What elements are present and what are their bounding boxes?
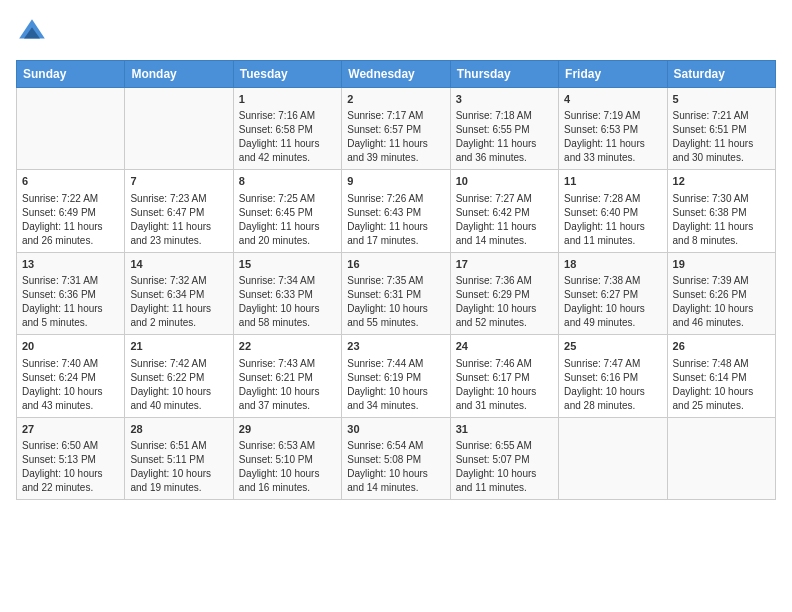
calendar-cell: 10Sunrise: 7:27 AMSunset: 6:42 PMDayligh…: [450, 170, 558, 252]
calendar-header-row: SundayMondayTuesdayWednesdayThursdayFrid…: [17, 61, 776, 88]
day-info: Sunset: 6:51 PM: [673, 123, 770, 137]
calendar-cell: 21Sunrise: 7:42 AMSunset: 6:22 PMDayligh…: [125, 335, 233, 417]
day-info: Daylight: 10 hours and 58 minutes.: [239, 302, 336, 330]
day-info: Sunrise: 7:17 AM: [347, 109, 444, 123]
day-info: Daylight: 11 hours and 39 minutes.: [347, 137, 444, 165]
day-number: 23: [347, 339, 444, 354]
day-info: Sunset: 6:58 PM: [239, 123, 336, 137]
calendar-cell: 25Sunrise: 7:47 AMSunset: 6:16 PMDayligh…: [559, 335, 667, 417]
day-info: Daylight: 11 hours and 5 minutes.: [22, 302, 119, 330]
page-header: [16, 16, 776, 48]
calendar-cell: [17, 88, 125, 170]
day-info: Sunrise: 7:21 AM: [673, 109, 770, 123]
day-info: Sunrise: 7:36 AM: [456, 274, 553, 288]
day-info: Daylight: 10 hours and 49 minutes.: [564, 302, 661, 330]
day-number: 20: [22, 339, 119, 354]
day-info: Daylight: 11 hours and 36 minutes.: [456, 137, 553, 165]
day-info: Sunset: 6:55 PM: [456, 123, 553, 137]
day-number: 6: [22, 174, 119, 189]
week-row-3: 13Sunrise: 7:31 AMSunset: 6:36 PMDayligh…: [17, 252, 776, 334]
day-info: Sunset: 6:21 PM: [239, 371, 336, 385]
day-info: Sunrise: 7:23 AM: [130, 192, 227, 206]
day-info: Sunrise: 7:48 AM: [673, 357, 770, 371]
day-info: Sunset: 6:40 PM: [564, 206, 661, 220]
day-info: Sunset: 6:34 PM: [130, 288, 227, 302]
day-info: Sunrise: 6:51 AM: [130, 439, 227, 453]
day-info: Daylight: 11 hours and 8 minutes.: [673, 220, 770, 248]
day-info: Sunrise: 7:32 AM: [130, 274, 227, 288]
day-info: Sunset: 6:47 PM: [130, 206, 227, 220]
calendar-cell: 1Sunrise: 7:16 AMSunset: 6:58 PMDaylight…: [233, 88, 341, 170]
day-info: Sunrise: 7:19 AM: [564, 109, 661, 123]
calendar-cell: 27Sunrise: 6:50 AMSunset: 5:13 PMDayligh…: [17, 417, 125, 499]
logo-icon: [16, 16, 48, 48]
day-number: 31: [456, 422, 553, 437]
day-info: Daylight: 11 hours and 42 minutes.: [239, 137, 336, 165]
day-info: Sunrise: 7:18 AM: [456, 109, 553, 123]
day-info: Sunset: 6:29 PM: [456, 288, 553, 302]
day-info: Sunrise: 7:27 AM: [456, 192, 553, 206]
day-info: Sunrise: 7:34 AM: [239, 274, 336, 288]
calendar-cell: 7Sunrise: 7:23 AMSunset: 6:47 PMDaylight…: [125, 170, 233, 252]
calendar-cell: 12Sunrise: 7:30 AMSunset: 6:38 PMDayligh…: [667, 170, 775, 252]
calendar-cell: 2Sunrise: 7:17 AMSunset: 6:57 PMDaylight…: [342, 88, 450, 170]
day-info: Sunset: 6:17 PM: [456, 371, 553, 385]
day-info: Daylight: 11 hours and 14 minutes.: [456, 220, 553, 248]
day-info: Sunset: 6:16 PM: [564, 371, 661, 385]
day-info: Daylight: 11 hours and 11 minutes.: [564, 220, 661, 248]
day-info: Daylight: 11 hours and 17 minutes.: [347, 220, 444, 248]
week-row-4: 20Sunrise: 7:40 AMSunset: 6:24 PMDayligh…: [17, 335, 776, 417]
day-info: Sunrise: 7:26 AM: [347, 192, 444, 206]
day-info: Sunrise: 7:39 AM: [673, 274, 770, 288]
day-info: Sunrise: 6:53 AM: [239, 439, 336, 453]
day-info: Daylight: 10 hours and 52 minutes.: [456, 302, 553, 330]
calendar-cell: 24Sunrise: 7:46 AMSunset: 6:17 PMDayligh…: [450, 335, 558, 417]
day-info: Sunrise: 7:38 AM: [564, 274, 661, 288]
day-info: Sunset: 6:36 PM: [22, 288, 119, 302]
day-info: Daylight: 11 hours and 26 minutes.: [22, 220, 119, 248]
day-info: Sunset: 6:38 PM: [673, 206, 770, 220]
calendar-cell: 4Sunrise: 7:19 AMSunset: 6:53 PMDaylight…: [559, 88, 667, 170]
calendar-table: SundayMondayTuesdayWednesdayThursdayFrid…: [16, 60, 776, 500]
day-info: Sunrise: 6:54 AM: [347, 439, 444, 453]
day-number: 10: [456, 174, 553, 189]
day-info: Daylight: 10 hours and 55 minutes.: [347, 302, 444, 330]
day-info: Sunset: 6:22 PM: [130, 371, 227, 385]
day-info: Daylight: 10 hours and 16 minutes.: [239, 467, 336, 495]
day-number: 1: [239, 92, 336, 107]
week-row-2: 6Sunrise: 7:22 AMSunset: 6:49 PMDaylight…: [17, 170, 776, 252]
day-info: Sunrise: 7:22 AM: [22, 192, 119, 206]
day-info: Daylight: 10 hours and 14 minutes.: [347, 467, 444, 495]
day-info: Sunrise: 6:50 AM: [22, 439, 119, 453]
calendar-cell: 30Sunrise: 6:54 AMSunset: 5:08 PMDayligh…: [342, 417, 450, 499]
day-number: 9: [347, 174, 444, 189]
day-number: 28: [130, 422, 227, 437]
day-info: Sunrise: 7:16 AM: [239, 109, 336, 123]
day-info: Sunrise: 7:46 AM: [456, 357, 553, 371]
day-info: Sunrise: 7:25 AM: [239, 192, 336, 206]
day-info: Sunrise: 7:47 AM: [564, 357, 661, 371]
day-number: 19: [673, 257, 770, 272]
calendar-cell: 16Sunrise: 7:35 AMSunset: 6:31 PMDayligh…: [342, 252, 450, 334]
day-number: 5: [673, 92, 770, 107]
day-number: 3: [456, 92, 553, 107]
day-info: Sunset: 5:13 PM: [22, 453, 119, 467]
day-number: 2: [347, 92, 444, 107]
week-row-5: 27Sunrise: 6:50 AMSunset: 5:13 PMDayligh…: [17, 417, 776, 499]
day-info: Sunset: 6:14 PM: [673, 371, 770, 385]
calendar-cell: 28Sunrise: 6:51 AMSunset: 5:11 PMDayligh…: [125, 417, 233, 499]
day-info: Sunset: 5:11 PM: [130, 453, 227, 467]
day-info: Sunrise: 7:30 AM: [673, 192, 770, 206]
calendar-cell: 26Sunrise: 7:48 AMSunset: 6:14 PMDayligh…: [667, 335, 775, 417]
day-info: Sunrise: 7:42 AM: [130, 357, 227, 371]
day-info: Sunset: 5:07 PM: [456, 453, 553, 467]
day-info: Daylight: 10 hours and 25 minutes.: [673, 385, 770, 413]
calendar-cell: 29Sunrise: 6:53 AMSunset: 5:10 PMDayligh…: [233, 417, 341, 499]
day-info: Daylight: 10 hours and 37 minutes.: [239, 385, 336, 413]
day-number: 14: [130, 257, 227, 272]
col-header-friday: Friday: [559, 61, 667, 88]
day-info: Sunset: 6:33 PM: [239, 288, 336, 302]
day-number: 27: [22, 422, 119, 437]
day-info: Sunset: 6:31 PM: [347, 288, 444, 302]
day-number: 8: [239, 174, 336, 189]
